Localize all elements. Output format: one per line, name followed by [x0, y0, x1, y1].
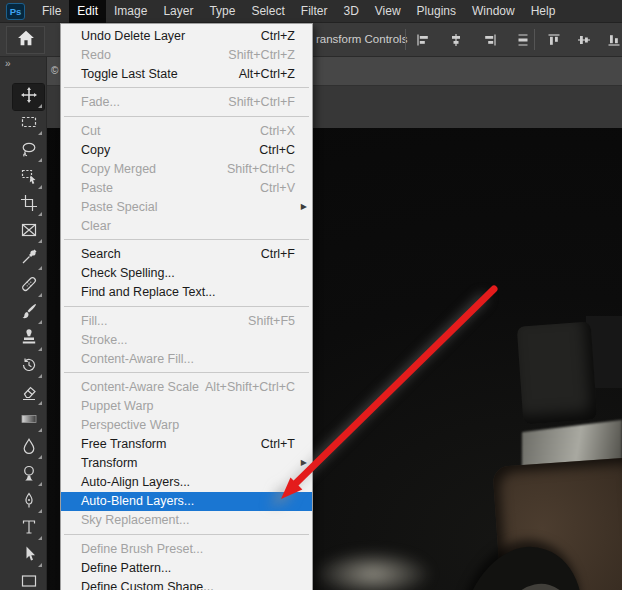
eyedropper-icon: [20, 248, 38, 270]
menu-item-label: Find and Replace Text...: [81, 285, 216, 299]
menu-item-undo-delete-layer[interactable]: Undo Delete LayerCtrl+Z: [61, 26, 312, 45]
menu-item-check-spelling[interactable]: Check Spelling...: [61, 264, 312, 283]
align-right-edges-icon[interactable]: [478, 32, 502, 47]
gradient-icon: [20, 410, 38, 432]
path-selection-tool[interactable]: [13, 543, 44, 569]
align-horizontal-centers-icon[interactable]: [444, 32, 468, 47]
healing-icon: [20, 275, 38, 297]
pen-tool[interactable]: [13, 489, 44, 515]
menu-item-define-pattern[interactable]: Define Pattern...: [61, 558, 312, 577]
menu-item-label: Toggle Last State: [81, 67, 178, 81]
menu-item-label: Copy: [81, 143, 110, 157]
menu-item-label: Perspective Warp: [81, 418, 179, 432]
menubar-item-type[interactable]: Type: [201, 0, 243, 23]
tools-panel: »: [0, 57, 47, 590]
menubar-item-image[interactable]: Image: [106, 0, 155, 23]
menubar-item-file[interactable]: File: [34, 0, 69, 23]
blur-tool[interactable]: [13, 435, 44, 461]
menu-item-find-and-replace-text[interactable]: Find and Replace Text...: [61, 283, 312, 302]
rectangular-marquee-tool[interactable]: [13, 111, 44, 137]
menu-item-perspective-warp: Perspective Warp: [61, 416, 312, 435]
menu-item-shortcut: Ctrl+C: [259, 143, 295, 157]
menu-item-content-aware-fill: Content-Aware Fill...: [61, 349, 312, 368]
rectangle-tool[interactable]: [13, 570, 44, 590]
pen-icon: [20, 491, 38, 513]
gradient-tool[interactable]: [13, 408, 44, 434]
align-top-edges-icon[interactable]: [542, 32, 566, 47]
menu-item-define-brush-preset: Define Brush Preset...: [61, 539, 312, 558]
align-vertical-centers-icon[interactable]: [572, 32, 596, 47]
eraser-tool[interactable]: [13, 381, 44, 407]
rectangle-icon: [20, 572, 38, 590]
menu-item-cut: CutCtrl+X: [61, 121, 312, 140]
submenu-arrow-icon: ▶: [301, 202, 307, 211]
menu-item-transform[interactable]: Transform▶: [61, 454, 312, 473]
menu-item-label: Stroke...: [81, 333, 128, 347]
brush-icon: [20, 302, 38, 324]
menubar-item-view[interactable]: View: [367, 0, 409, 23]
home-button[interactable]: [6, 26, 45, 54]
lasso-icon: [20, 140, 38, 162]
type-tool[interactable]: [13, 516, 44, 542]
menu-item-auto-align-layers[interactable]: Auto-Align Layers...: [61, 473, 312, 492]
menubar-item-3d[interactable]: 3D: [335, 0, 366, 23]
menu-item-label: Content-Aware Scale: [81, 380, 199, 394]
menu-item-shortcut: Shift+F5: [248, 314, 295, 328]
menubar-item-select[interactable]: Select: [243, 0, 292, 23]
align-left-edges-icon[interactable]: [411, 32, 435, 47]
menu-item-label: Redo: [81, 48, 111, 62]
menu-item-label: Define Brush Preset...: [81, 542, 203, 556]
history-brush-icon: [20, 356, 38, 378]
crop-icon: [20, 194, 38, 216]
collapse-panel-chevron-icon[interactable]: »: [5, 58, 12, 69]
menu-item-label: Auto-Align Layers...: [81, 475, 190, 489]
move-tool[interactable]: [13, 84, 44, 110]
menu-item-copy[interactable]: CopyCtrl+C: [61, 140, 312, 159]
menu-item-sky-replacement: Sky Replacement...: [61, 511, 312, 530]
menu-item-shortcut: Ctrl+T: [261, 437, 295, 451]
distribute-vertical-centers-icon[interactable]: [511, 32, 535, 47]
menu-item-search[interactable]: SearchCtrl+F: [61, 245, 312, 264]
clone-stamp-tool[interactable]: [13, 327, 44, 353]
menu-item-auto-blend-layers[interactable]: Auto-Blend Layers...: [61, 492, 312, 511]
blur-icon: [20, 437, 38, 459]
menubar-item-window[interactable]: Window: [464, 0, 523, 23]
frame-tool[interactable]: [13, 219, 44, 245]
menu-item-label: Define Pattern...: [81, 561, 171, 575]
healing-brush-tool[interactable]: [13, 273, 44, 299]
menu-item-label: Sky Replacement...: [81, 513, 189, 527]
object-selection-tool[interactable]: [13, 165, 44, 191]
menu-item-free-transform[interactable]: Free TransformCtrl+T: [61, 435, 312, 454]
menubar-item-layer[interactable]: Layer: [155, 0, 201, 23]
menu-item-label: Paste Special: [81, 200, 157, 214]
eyedropper-tool[interactable]: [13, 246, 44, 272]
menu-item-copy-merged: Copy MergedShift+Ctrl+C: [61, 159, 312, 178]
crop-tool[interactable]: [13, 192, 44, 218]
menu-item-label: Transform: [81, 456, 138, 470]
menu-item-shortcut: Shift+Ctrl+C: [227, 162, 295, 176]
brush-tool[interactable]: [13, 300, 44, 326]
align-bottom-edges-icon[interactable]: [602, 32, 622, 47]
photoshop-window: © Ps FileEditImageLayerTypeSelectFilter3…: [0, 0, 622, 590]
menu-item-label: Puppet Warp: [81, 399, 154, 413]
menu-separator: [64, 306, 309, 307]
menubar-item-plugins[interactable]: Plugins: [409, 0, 464, 23]
menu-item-paste: PasteCtrl+V: [61, 178, 312, 197]
frame-icon: [20, 221, 38, 243]
menu-item-shortcut: Alt+Shift+Ctrl+C: [205, 380, 295, 394]
menu-item-toggle-last-state[interactable]: Toggle Last StateAlt+Ctrl+Z: [61, 64, 312, 83]
menu-item-shortcut: Ctrl+V: [260, 181, 295, 195]
options-separator: [405, 29, 406, 50]
menubar-item-help[interactable]: Help: [523, 0, 564, 23]
show-transform-controls-label[interactable]: ransform Controls: [316, 23, 407, 56]
menu-separator: [64, 534, 309, 535]
dodge-tool[interactable]: [13, 462, 44, 488]
menu-item-define-custom-shape[interactable]: Define Custom Shape...: [61, 577, 312, 590]
menu-item-stroke: Stroke...: [61, 330, 312, 349]
menubar-item-edit[interactable]: Edit: [69, 0, 106, 23]
history-brush-tool[interactable]: [13, 354, 44, 380]
document-tab-fragment: ©: [51, 65, 58, 76]
menubar-item-filter[interactable]: Filter: [293, 0, 336, 23]
lasso-tool[interactable]: [13, 138, 44, 164]
object-selection-icon: [20, 167, 38, 189]
